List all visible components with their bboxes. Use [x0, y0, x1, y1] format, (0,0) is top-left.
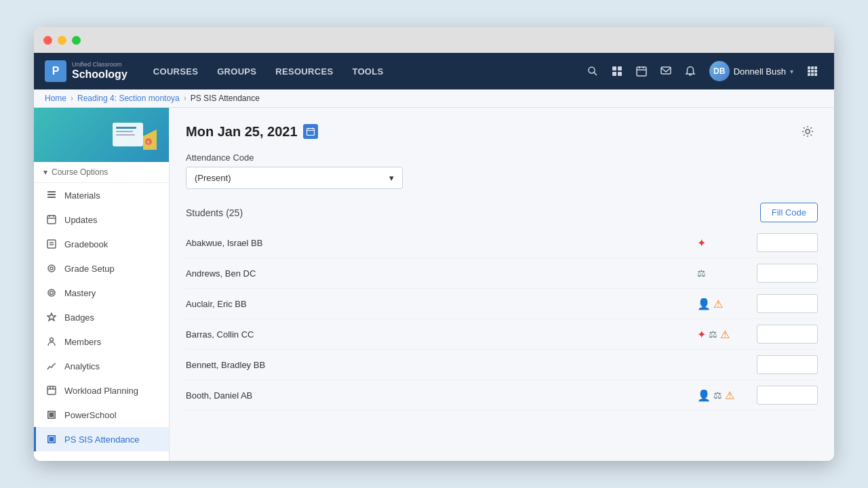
sidebar-item-materials[interactable]: Materials: [34, 183, 169, 207]
svg-point-38: [50, 267, 53, 270]
svg-rect-13: [814, 66, 817, 69]
logo-unified: Unified Classroom: [72, 62, 127, 68]
sidebar-item-members[interactable]: Members: [34, 329, 169, 354]
sidebar-item-grade-setup[interactable]: Grade Setup: [34, 256, 169, 281]
messages-button[interactable]: [655, 60, 677, 82]
user-avatar: DB: [709, 61, 730, 81]
date-header: Mon Jan 25, 2021: [186, 121, 818, 142]
attendance-input[interactable]: [757, 294, 818, 313]
students-count-label: Students (25): [186, 207, 243, 218]
date-title: Mon Jan 25, 2021: [186, 124, 318, 140]
table-row: Barras, Collin CC ✦ ⚖ ⚠: [186, 319, 818, 350]
analytics-icon: [45, 360, 58, 372]
sidebar-item-powerschool[interactable]: PowerSchool: [34, 403, 169, 427]
scale-icon: ⚖: [713, 390, 722, 401]
table-row: Abakwue, Israel BB ✦: [186, 228, 818, 258]
svg-rect-30: [47, 216, 56, 224]
sidebar-item-analytics[interactable]: Analytics: [34, 354, 169, 378]
close-button[interactable]: [43, 36, 52, 45]
app: P Unified Classroom Schoology COURSES GR…: [34, 53, 834, 461]
students-header: Students (25) Fill Code: [186, 203, 818, 222]
badges-icon: [45, 311, 58, 323]
search-button[interactable]: [582, 60, 604, 82]
attendance-input[interactable]: [757, 325, 818, 344]
attendance-dropdown[interactable]: (Present) ▾: [186, 167, 403, 189]
main-layout: ? ▾ Course Options Materials: [34, 108, 834, 461]
sidebar-item-ps-sis-attendance[interactable]: PS SIS Attendance: [34, 427, 169, 451]
sidebar-item-materials-label: Materials: [64, 190, 100, 201]
student-icons: ✦ ⚖ ⚠: [697, 328, 751, 341]
calendar-icon[interactable]: [303, 124, 318, 139]
browser-titlebar: [34, 27, 834, 53]
apps-grid-button[interactable]: [802, 60, 823, 82]
logo-schoology: Schoology: [72, 68, 127, 81]
attendance-code-value: (Present): [195, 173, 231, 183]
user-initials: DB: [713, 66, 725, 76]
student-name: Bennett, Bradley BB: [186, 360, 692, 370]
svg-rect-51: [307, 129, 314, 136]
warning-icon: ⚠: [725, 389, 734, 402]
nav-right: DB Donnell Bush ▾: [582, 58, 823, 84]
nav-tools[interactable]: TOOLS: [342, 53, 393, 89]
maximize-button[interactable]: [72, 36, 81, 45]
svg-point-40: [50, 291, 54, 295]
logo-icon: P: [45, 60, 66, 82]
svg-rect-17: [808, 73, 810, 76]
attendance-input[interactable]: [757, 233, 818, 252]
top-nav: P Unified Classroom Schoology COURSES GR…: [34, 53, 834, 89]
svg-rect-14: [808, 70, 810, 73]
sidebar-item-members-label: Members: [64, 337, 101, 347]
members-icon: [45, 336, 58, 348]
mastery-icon: [45, 287, 58, 299]
svg-rect-27: [47, 191, 56, 192]
attendance-input[interactable]: [757, 355, 818, 374]
svg-rect-34: [47, 240, 56, 248]
breadcrumb: Home › Reading 4: Section montoya › PS S…: [34, 89, 834, 108]
breadcrumb-sep-1: ›: [71, 94, 73, 103]
svg-rect-15: [811, 70, 814, 73]
svg-rect-5: [618, 72, 622, 76]
grade-setup-icon: [45, 262, 58, 274]
attendance-section: Attendance Code (Present) ▾: [186, 152, 818, 189]
user-menu-button[interactable]: DB Donnell Bush ▾: [704, 58, 799, 84]
medical-icon: ✦: [697, 237, 706, 249]
chevron-down-icon: ▾: [790, 68, 793, 75]
breadcrumb-home[interactable]: Home: [45, 94, 66, 103]
students-list: Abakwue, Israel BB ✦ Andrews, Ben DC ⚖: [186, 228, 818, 411]
attendance-input[interactable]: [757, 264, 818, 283]
logo-area[interactable]: P Unified Classroom Schoology: [45, 60, 127, 82]
gradebook-icon: [45, 238, 58, 250]
sidebar-item-workload-planning[interactable]: Workload Planning: [34, 378, 169, 403]
attendance-input[interactable]: [757, 386, 818, 405]
sidebar-item-badges[interactable]: Badges: [34, 305, 169, 329]
calendar-button[interactable]: [631, 60, 652, 82]
medical-icon: ✦: [697, 328, 706, 341]
fill-code-button[interactable]: Fill Code: [760, 203, 818, 222]
settings-button[interactable]: [797, 121, 818, 142]
sidebar-item-updates[interactable]: Updates: [34, 207, 169, 232]
sidebar-item-gradebook[interactable]: Gradebook: [34, 232, 169, 256]
sidebar-item-mastery[interactable]: Mastery: [34, 281, 169, 305]
sidebar-item-grade-setup-label: Grade Setup: [64, 264, 115, 274]
nav-resources[interactable]: RESOURCES: [266, 53, 342, 89]
breadcrumb-current: PS SIS Attendance: [191, 94, 260, 103]
breadcrumb-section[interactable]: Reading 4: Section montoya: [77, 94, 180, 103]
table-row: Booth, Daniel AB 👤 ⚖ ⚠: [186, 380, 818, 411]
svg-rect-12: [811, 66, 814, 69]
svg-rect-43: [47, 386, 56, 394]
minimize-button[interactable]: [58, 36, 66, 45]
materials-icon: [45, 189, 58, 201]
notifications-button[interactable]: [679, 60, 701, 82]
grid-view-button[interactable]: [606, 60, 628, 82]
breadcrumb-sep-2: ›: [184, 94, 186, 103]
nav-courses[interactable]: COURSES: [144, 53, 208, 89]
scale-icon: ⚖: [697, 268, 706, 279]
student-name: Booth, Daniel AB: [186, 390, 692, 401]
course-options-toggle[interactable]: ▾ Course Options: [34, 162, 169, 183]
svg-point-39: [48, 289, 55, 296]
sidebar-item-workload-planning-label: Workload Planning: [64, 386, 138, 396]
student-name: Barras, Collin CC: [186, 329, 692, 340]
nav-groups[interactable]: GROUPS: [208, 53, 266, 89]
sidebar-item-mastery-label: Mastery: [64, 288, 96, 298]
table-row: Bennett, Bradley BB: [186, 350, 818, 380]
